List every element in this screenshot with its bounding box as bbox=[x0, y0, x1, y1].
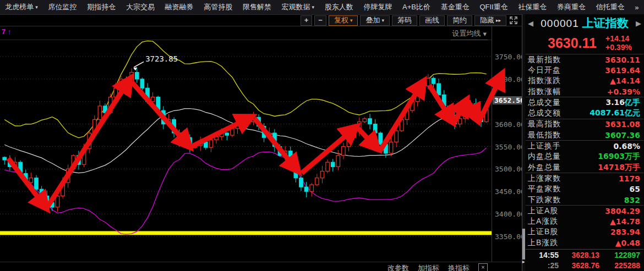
menu-item-9[interactable]: 停牌复牌 bbox=[363, 2, 392, 12]
stock-title: 000001上证指数 bbox=[541, 15, 628, 31]
quote-detail-list: 最新指数3630.11今日开盘3619.64指数涨跌▲14.14指数涨幅+0.3… bbox=[526, 54, 643, 248]
zoom-out-button[interactable]: − bbox=[314, 15, 326, 26]
chevron-down-icon: ▾ bbox=[381, 16, 384, 25]
menu-item-2[interactable]: 期指持仓 bbox=[87, 2, 116, 12]
last-price: 3630.11 bbox=[548, 35, 597, 51]
quote-row: 指数涨跌▲14.14 bbox=[526, 76, 643, 86]
y-axis-tick: 3550.00 bbox=[495, 143, 525, 151]
next-stock-button[interactable]: ▶ bbox=[636, 19, 641, 27]
quote-row: 内盘总量16903万手 bbox=[526, 152, 643, 162]
quote-header: ◀ 000001上证指数 ▶ bbox=[526, 15, 643, 31]
svg-text:3723.85: 3723.85 bbox=[145, 54, 178, 63]
menu-item-13[interactable]: 社保重仓 bbox=[518, 2, 547, 12]
quote-row: 最新指数3630.11 bbox=[526, 54, 643, 65]
chart-toolbar: +−复权 ▾叠加 ▾筹码画线简约隐藏 ▸▸ bbox=[0, 15, 522, 26]
menu-item-1[interactable]: 席位监控 bbox=[48, 2, 77, 12]
candlestick-chart-area[interactable]: 3723.85 7 ↑ 设置均线 ▾ 3750.003700.003650.00… bbox=[0, 26, 522, 271]
y-axis-tick: 3350.00 bbox=[495, 233, 525, 241]
chart-bottom-divider bbox=[0, 262, 522, 262]
price-summary: 3630.11 +14.14 +0.39% bbox=[526, 32, 643, 54]
quote-row: 指数涨幅+0.39% bbox=[526, 86, 643, 97]
quote-row: 外盘总量14718万手 bbox=[526, 162, 643, 173]
quote-row: 今日开盘3619.64 bbox=[526, 65, 643, 75]
quote-row: 平盘家数65 bbox=[526, 184, 643, 195]
tick-list: 14:553628.13122897:253628.76225288 bbox=[526, 249, 643, 270]
ma-settings-label: 设置均线 bbox=[452, 29, 481, 38]
overlay-button[interactable]: 叠加 ▾ bbox=[360, 15, 390, 26]
stock-code: 000001 bbox=[541, 18, 578, 29]
chips-button[interactable]: 筹码 bbox=[392, 15, 417, 26]
chevron-right-icon: ▸▸ bbox=[496, 16, 501, 25]
indicator-note: 7 ↑ bbox=[2, 27, 11, 36]
menu-item-0[interactable]: 龙虎榜单 ▾ bbox=[5, 2, 38, 12]
fullscreen-button[interactable] bbox=[509, 16, 519, 25]
candlestick-chart-canvas: 3723.85 bbox=[0, 26, 522, 271]
chart-top-divider bbox=[0, 40, 492, 40]
menu-item-8[interactable]: 股东人数 bbox=[325, 2, 353, 12]
menu-item-5[interactable]: 高管持股 bbox=[204, 2, 232, 12]
change-value: +14.14 bbox=[605, 34, 632, 43]
chevron-down-icon: ▾ bbox=[350, 16, 353, 25]
sidebar-scrollbar[interactable]: ▸ bbox=[522, 14, 525, 271]
current-price-badge: 3652.56 bbox=[493, 96, 526, 104]
chart-action-2[interactable]: 换指标 bbox=[448, 263, 470, 271]
quote-row: 总成交量3.16亿手 bbox=[526, 97, 643, 108]
close-indicator-icon[interactable]: × bbox=[478, 263, 488, 271]
menu-item-3[interactable]: 大宗交易 bbox=[126, 2, 155, 12]
quote-row: 上B涨跌▲0.48 bbox=[526, 237, 643, 248]
chart-action-1[interactable]: 加指标 bbox=[418, 263, 439, 271]
quote-row: 上证A股3804.29 bbox=[526, 206, 643, 216]
simple-mode-button[interactable]: 简约 bbox=[447, 15, 472, 26]
menu-item-6[interactable]: 限售解禁 bbox=[243, 2, 271, 12]
scrollbar-thumb[interactable] bbox=[522, 229, 525, 259]
chart-bottom-actions: 改参数加指标换指标× bbox=[0, 263, 488, 271]
y-axis-tick: 3500.00 bbox=[495, 165, 525, 173]
chevron-down-icon: ▾ bbox=[312, 4, 315, 10]
stock-name: 上证指数 bbox=[582, 16, 629, 29]
chart-action-0[interactable]: 改参数 bbox=[388, 263, 409, 271]
ma-settings-button[interactable]: 设置均线 ▾ bbox=[451, 29, 488, 40]
menu-item-12[interactable]: QFII重仓 bbox=[479, 2, 507, 12]
menu-item-7[interactable]: 宏观数据 ▾ bbox=[282, 2, 315, 12]
y-axis-tick: 3750.00 bbox=[495, 53, 525, 61]
quote-row: 上A涨跌▲14.78 bbox=[526, 216, 643, 226]
tick-row: :253628.76225288 bbox=[526, 260, 643, 270]
chevron-down-icon: ▾ bbox=[35, 4, 38, 10]
adjust-price-button[interactable]: 复权 ▾ bbox=[329, 15, 358, 26]
quote-row: 下跌家数832 bbox=[526, 195, 643, 205]
y-axis-tick: 3450.00 bbox=[495, 187, 525, 196]
menu-item-15[interactable]: 信托重仓 bbox=[596, 2, 625, 12]
y-axis-tick: 3600.00 bbox=[495, 120, 525, 129]
y-axis-tick: 3400.00 bbox=[495, 210, 525, 218]
hide-button[interactable]: 隐藏 ▸▸ bbox=[474, 15, 506, 26]
menu-item-11[interactable]: 基金重仓 bbox=[441, 2, 470, 12]
menu-item-16[interactable]: » bbox=[635, 3, 638, 12]
prev-stock-button[interactable]: ◀ bbox=[528, 19, 533, 27]
quote-row: 上证B股283.94 bbox=[526, 227, 643, 237]
quote-sidebar: ▸ ◀ 000001上证指数 ▶ 3630.11 +14.14 +0.39% 最… bbox=[522, 14, 644, 271]
y-axis-border bbox=[492, 26, 492, 262]
zoom-in-button[interactable]: + bbox=[301, 15, 313, 26]
y-axis-tick: 3700.00 bbox=[495, 75, 525, 84]
change-percent: +0.39% bbox=[605, 43, 632, 52]
top-menu-bar: 龙虎榜单 ▾席位监控期指持仓大宗交易融资融券高管持股限售解禁宏观数据 ▾股东人数… bbox=[0, 0, 644, 15]
trading-app-window: 龙虎榜单 ▾席位监控期指持仓大宗交易融资融券高管持股限售解禁宏观数据 ▾股东人数… bbox=[0, 0, 644, 271]
price-change: +14.14 +0.39% bbox=[605, 34, 632, 52]
fullscreen-icon bbox=[510, 16, 517, 24]
chevron-down-icon: ▾ bbox=[483, 30, 487, 38]
tick-row: 14:553628.13122897 bbox=[526, 250, 643, 260]
draw-line-button[interactable]: 画线 bbox=[419, 15, 445, 26]
menu-item-10[interactable]: A+B比价 bbox=[402, 2, 430, 12]
menu-item-4[interactable]: 融资融券 bbox=[165, 2, 194, 12]
menu-item-14[interactable]: 券商重仓 bbox=[557, 2, 586, 12]
quote-row: 最高指数3631.08 bbox=[526, 119, 643, 130]
quote-row: 上证换手0.68% bbox=[526, 141, 643, 151]
quote-row: 最低指数3607.36 bbox=[526, 130, 643, 140]
quote-row: 上涨家数1179 bbox=[526, 173, 643, 184]
quote-row: 总成交额4087.61亿元 bbox=[526, 108, 643, 118]
